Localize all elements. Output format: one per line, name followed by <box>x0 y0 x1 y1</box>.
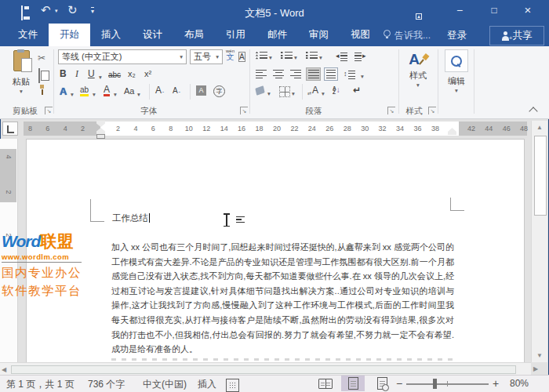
share-button[interactable]: + 共享 <box>489 26 544 45</box>
ribbon-display-options-icon[interactable]: ▲ <box>416 7 422 21</box>
text-line[interactable]: 操作,这才让我找到了方向感,慢慢融入到了这种工作环境与工作模式,后面的工作时间里… <box>111 298 454 313</box>
bullets-dropdown-icon[interactable]: ▾ <box>269 54 272 61</box>
tab-layout[interactable]: 布局 <box>173 24 215 46</box>
change-case-button[interactable]: Aa <box>124 86 134 96</box>
scroll-left-icon[interactable]: ◀ <box>2 366 6 373</box>
superscript-button[interactable]: x² <box>144 69 151 79</box>
align-right-icon[interactable] <box>290 70 301 78</box>
zoom-level[interactable]: 80% <box>510 378 529 389</box>
insert-mode-indicator[interactable]: 插入 <box>198 378 216 391</box>
increase-indent-icon[interactable]: ▸ <box>354 51 366 61</box>
bullets-icon[interactable] <box>256 52 267 60</box>
sort-icon[interactable]: AZ ↓ <box>333 85 340 94</box>
copy-icon[interactable] <box>38 69 40 83</box>
text-effects-dropdown-icon[interactable]: ▾ <box>71 91 74 98</box>
tell-me-label[interactable]: 告诉我... <box>394 29 431 42</box>
grow-font-button[interactable]: Aˆ <box>155 85 164 96</box>
justify-icon[interactable] <box>306 67 321 81</box>
align-left-icon[interactable] <box>256 70 267 78</box>
distributed-icon[interactable] <box>324 67 338 81</box>
text-line[interactable]: 工作模式有蛮大差异.不论是产品的专业知识还是管理与工作氛围都有很大区别.前一个月… <box>111 255 454 270</box>
decrease-indent-icon[interactable]: ◂ <box>336 51 347 61</box>
numbering-icon[interactable] <box>281 52 293 60</box>
cut-icon[interactable]: ✂ <box>38 53 45 64</box>
multilevel-dropdown-icon[interactable]: ▾ <box>319 54 322 61</box>
paragraph-dialog-launcher[interactable]: ↘ <box>387 107 395 114</box>
asian-layout-button[interactable]: ⇄A <box>307 85 318 96</box>
collapse-ribbon-icon[interactable] <box>530 108 536 114</box>
word-count[interactable]: 736 个字 <box>88 378 125 391</box>
clipboard-dialog-launcher[interactable]: ↘ <box>45 107 53 114</box>
print-layout-button[interactable] <box>341 376 365 391</box>
text-line[interactable]: 感觉自己没有进入状态,找不到方向,每天都不知道要做些什么事.在 xx 领导的几次… <box>111 269 454 284</box>
zoom-out-button[interactable]: − <box>396 377 402 390</box>
styles-dialog-launcher[interactable]: ↘ <box>428 107 436 114</box>
document-heading[interactable]: 工作总结 <box>112 212 150 224</box>
highlight-color-button[interactable]: ab <box>80 86 89 96</box>
macro-record-icon[interactable] <box>226 379 239 392</box>
borders-icon[interactable] <box>279 86 290 97</box>
character-border-button[interactable]: A <box>238 49 245 64</box>
tab-mailings[interactable]: 邮件 <box>256 24 298 46</box>
text-line[interactable]: 每天都过得很充实,从打样与接待客户是陆续不断,虽然附出的劳动没有得到结果,很多次… <box>111 313 454 328</box>
language-indicator[interactable]: 中文(中国) <box>143 378 187 391</box>
web-layout-button[interactable] <box>370 376 394 391</box>
horizontal-scrollbar[interactable]: ◀ <box>0 362 531 375</box>
tab-insert[interactable]: 插入 <box>90 24 132 46</box>
show-marks-icon[interactable]: ↵ <box>353 85 361 96</box>
shrink-font-button[interactable]: Aˇ <box>173 85 180 96</box>
strikethrough-button[interactable]: abc <box>108 70 121 80</box>
zoom-slider-thumb[interactable] <box>433 379 437 389</box>
text-line[interactable]: 加入 xx 公司也有三个月时间了,回想起来时间过得还挺快的,从鑫帮来到 xx 感… <box>111 240 454 255</box>
tab-design[interactable]: 设计 <box>132 24 173 46</box>
line-spacing-icon[interactable]: ↕ <box>344 69 355 79</box>
text-line[interactable]: 过相互讨论与发言提建议,针对具体细节问题找出解决方案..通过公司对专业知识的培训… <box>111 284 454 299</box>
font-size-combo[interactable]: 五号▾ <box>190 49 223 64</box>
editing-button[interactable]: 编辑 ▾ <box>442 49 471 94</box>
text-effects-button[interactable]: A <box>60 86 67 96</box>
highlight-dropdown-icon[interactable]: ▾ <box>93 91 96 98</box>
shading-dropdown-icon[interactable]: ▾ <box>267 90 271 97</box>
tab-selector[interactable] <box>2 122 18 136</box>
page-indicator[interactable]: 第 1 页，共 1 页 <box>6 378 75 391</box>
enclose-characters-button[interactable]: 字 <box>213 85 225 97</box>
minimize-button[interactable]: − <box>449 4 471 16</box>
tab-view[interactable]: 视图 <box>340 24 381 46</box>
font-color-button[interactable]: A <box>104 85 110 96</box>
horizontal-scroll-thumb[interactable] <box>11 365 516 374</box>
font-name-combo[interactable]: 等线 (中文正文)▾ <box>58 49 187 64</box>
character-shading-button[interactable]: A <box>196 85 206 96</box>
italic-button[interactable]: I <box>75 69 78 79</box>
body-text[interactable]: 加入 xx 公司也有三个月时间了,回想起来时间过得还挺快的,从鑫帮来到 xx 感… <box>111 240 454 357</box>
close-button[interactable]: × <box>516 3 540 16</box>
text-line[interactable]: 成功是给有准备的人。 <box>111 342 454 357</box>
multilevel-list-icon[interactable] <box>306 52 318 60</box>
numbering-dropdown-icon[interactable]: ▾ <box>294 54 297 61</box>
bold-button[interactable]: B <box>60 69 67 79</box>
asian-layout-dropdown-icon[interactable]: ▾ <box>322 90 325 97</box>
scroll-down-icon[interactable]: ▼ <box>532 352 547 359</box>
align-center-icon[interactable] <box>273 70 284 78</box>
borders-dropdown-icon[interactable]: ▾ <box>292 90 295 97</box>
font-color-dropdown-icon[interactable]: ▾ <box>114 91 117 98</box>
scroll-right-icon[interactable]: ▶ <box>533 365 538 372</box>
underline-dropdown-icon[interactable]: ▾ <box>99 74 102 81</box>
text-line[interactable]: 我的打击也不小,但我相信,付出总会有回报的.努力了就会有希望,不努力就一定不会有… <box>111 328 454 343</box>
subscript-button[interactable]: x₂ <box>128 69 136 79</box>
change-case-dropdown-icon[interactable]: ▾ <box>137 91 140 98</box>
shading-icon[interactable] <box>256 87 264 94</box>
tab-references[interactable]: 引用 <box>215 24 256 46</box>
underline-button[interactable]: U <box>88 69 95 79</box>
tab-review[interactable]: 审阅 <box>298 24 340 46</box>
line-spacing-dropdown-icon[interactable]: ▾ <box>361 73 364 80</box>
maximize-button[interactable]: □ <box>483 5 505 16</box>
vertical-scroll-thumb[interactable] <box>534 136 547 216</box>
paste-button[interactable]: 粘贴 ▾ <box>6 50 36 95</box>
scroll-up-icon[interactable]: ▲ <box>532 124 547 131</box>
tab-home[interactable]: 开始 <box>49 24 90 46</box>
vertical-scrollbar[interactable]: ▲ ▼ <box>531 121 547 362</box>
phonetic-guide-button[interactable]: wén文 <box>226 49 235 61</box>
sign-in-button[interactable]: 登录 <box>447 29 467 42</box>
read-mode-button[interactable] <box>314 376 337 391</box>
tab-file[interactable]: 文件 <box>7 24 49 46</box>
